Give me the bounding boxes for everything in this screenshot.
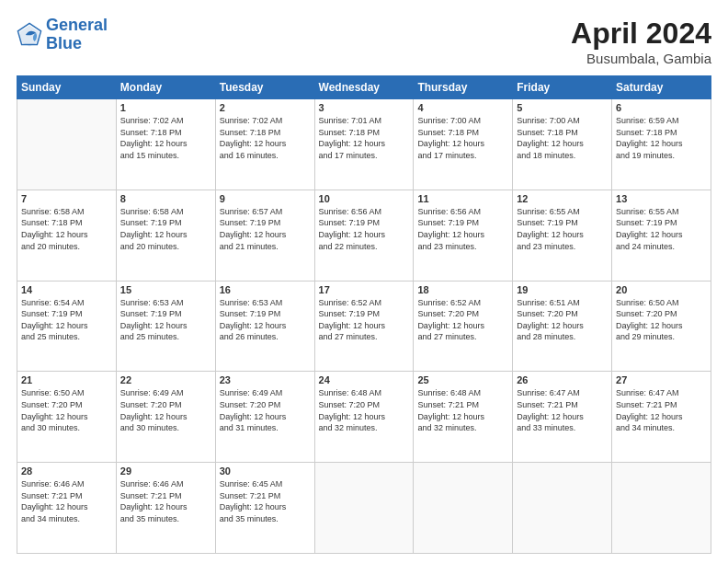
day-info: Sunrise: 6:57 AM Sunset: 7:19 PM Dayligh…: [220, 206, 311, 252]
day-info: Sunrise: 6:53 AM Sunset: 7:19 PM Dayligh…: [220, 297, 311, 343]
calendar-day-cell: 16Sunrise: 6:53 AM Sunset: 7:19 PM Dayli…: [215, 281, 314, 372]
day-info: Sunrise: 6:56 AM Sunset: 7:19 PM Dayligh…: [417, 206, 508, 252]
calendar-day-cell: 30Sunrise: 6:45 AM Sunset: 7:21 PM Dayli…: [215, 463, 314, 554]
day-number: 9: [220, 193, 311, 204]
header: General Blue April 2024 Busumbala, Gambi…: [17, 17, 711, 66]
calendar-day-cell: 22Sunrise: 6:49 AM Sunset: 7:20 PM Dayli…: [116, 372, 215, 463]
logo-icon: [17, 22, 42, 48]
calendar-week-row: 21Sunrise: 6:50 AM Sunset: 7:20 PM Dayli…: [17, 372, 711, 463]
calendar-day-cell: 27Sunrise: 6:47 AM Sunset: 7:21 PM Dayli…: [612, 372, 711, 463]
calendar-day-cell: 28Sunrise: 6:46 AM Sunset: 7:21 PM Dayli…: [17, 463, 117, 554]
title-block: April 2024 Busumbala, Gambia: [571, 17, 711, 66]
day-info: Sunrise: 6:54 AM Sunset: 7:19 PM Dayligh…: [21, 297, 112, 343]
day-number: 10: [319, 193, 410, 204]
day-info: Sunrise: 6:48 AM Sunset: 7:21 PM Dayligh…: [417, 387, 508, 433]
day-info: Sunrise: 7:02 AM Sunset: 7:18 PM Dayligh…: [220, 115, 311, 161]
day-info: Sunrise: 6:58 AM Sunset: 7:18 PM Dayligh…: [21, 206, 112, 252]
day-info: Sunrise: 6:50 AM Sunset: 7:20 PM Dayligh…: [21, 387, 112, 433]
calendar-week-row: 14Sunrise: 6:54 AM Sunset: 7:19 PM Dayli…: [17, 281, 711, 372]
calendar-day-cell: 9Sunrise: 6:57 AM Sunset: 7:19 PM Daylig…: [215, 190, 314, 281]
day-number: 16: [220, 284, 311, 295]
day-number: 1: [120, 102, 211, 113]
day-info: Sunrise: 6:47 AM Sunset: 7:21 PM Dayligh…: [517, 387, 608, 433]
day-number: 22: [120, 374, 211, 385]
calendar-title: April 2024: [571, 17, 711, 51]
calendar-day-cell: 1Sunrise: 7:02 AM Sunset: 7:18 PM Daylig…: [116, 99, 215, 190]
day-number: 11: [417, 193, 508, 204]
day-number: 29: [120, 465, 211, 477]
calendar-day-cell: [314, 463, 414, 554]
day-info: Sunrise: 6:55 AM Sunset: 7:19 PM Dayligh…: [616, 206, 707, 252]
day-info: Sunrise: 6:49 AM Sunset: 7:20 PM Dayligh…: [120, 387, 211, 433]
header-tuesday: Tuesday: [215, 76, 314, 99]
calendar-day-cell: 5Sunrise: 7:00 AM Sunset: 7:18 PM Daylig…: [513, 99, 612, 190]
logo-line1: General: [46, 16, 108, 34]
day-number: 13: [616, 193, 707, 204]
header-monday: Monday: [116, 76, 215, 99]
calendar-day-cell: [414, 463, 513, 554]
calendar-day-cell: [612, 463, 711, 554]
day-info: Sunrise: 6:46 AM Sunset: 7:21 PM Dayligh…: [21, 478, 112, 524]
day-number: 8: [120, 193, 211, 204]
day-info: Sunrise: 6:51 AM Sunset: 7:20 PM Dayligh…: [517, 297, 608, 343]
day-number: 21: [21, 374, 112, 385]
calendar-day-cell: [17, 99, 117, 190]
day-number: 24: [319, 374, 410, 385]
day-info: Sunrise: 6:49 AM Sunset: 7:20 PM Dayligh…: [220, 387, 311, 433]
calendar-day-cell: 8Sunrise: 6:58 AM Sunset: 7:19 PM Daylig…: [116, 190, 215, 281]
logo: General Blue: [17, 17, 108, 53]
day-info: Sunrise: 7:02 AM Sunset: 7:18 PM Dayligh…: [120, 115, 211, 161]
day-number: 14: [21, 284, 112, 295]
calendar-week-row: 1Sunrise: 7:02 AM Sunset: 7:18 PM Daylig…: [17, 99, 711, 190]
day-number: 17: [319, 284, 410, 295]
calendar-day-cell: 25Sunrise: 6:48 AM Sunset: 7:21 PM Dayli…: [414, 372, 513, 463]
calendar-day-cell: 13Sunrise: 6:55 AM Sunset: 7:19 PM Dayli…: [612, 190, 711, 281]
calendar-day-cell: 2Sunrise: 7:02 AM Sunset: 7:18 PM Daylig…: [215, 99, 314, 190]
day-info: Sunrise: 6:52 AM Sunset: 7:19 PM Dayligh…: [319, 297, 410, 343]
day-number: 30: [220, 465, 311, 477]
calendar-day-cell: 20Sunrise: 6:50 AM Sunset: 7:20 PM Dayli…: [612, 281, 711, 372]
day-number: 28: [21, 465, 112, 477]
day-number: 26: [517, 374, 608, 385]
day-number: 4: [417, 102, 508, 113]
day-info: Sunrise: 6:47 AM Sunset: 7:21 PM Dayligh…: [616, 387, 707, 433]
header-friday: Friday: [513, 76, 612, 99]
day-number: 12: [517, 193, 608, 204]
calendar-day-cell: 18Sunrise: 6:52 AM Sunset: 7:20 PM Dayli…: [414, 281, 513, 372]
calendar-day-cell: 21Sunrise: 6:50 AM Sunset: 7:20 PM Dayli…: [17, 372, 117, 463]
calendar-day-cell: 11Sunrise: 6:56 AM Sunset: 7:19 PM Dayli…: [414, 190, 513, 281]
header-saturday: Saturday: [612, 76, 711, 99]
day-number: 18: [417, 284, 508, 295]
calendar-week-row: 7Sunrise: 6:58 AM Sunset: 7:18 PM Daylig…: [17, 190, 711, 281]
day-number: 20: [616, 284, 707, 295]
day-number: 19: [517, 284, 608, 295]
day-number: 3: [319, 102, 410, 113]
calendar-header-row: Sunday Monday Tuesday Wednesday Thursday…: [17, 76, 711, 99]
day-number: 23: [220, 374, 311, 385]
day-info: Sunrise: 6:58 AM Sunset: 7:19 PM Dayligh…: [120, 206, 211, 252]
header-wednesday: Wednesday: [314, 76, 414, 99]
day-number: 5: [517, 102, 608, 113]
day-number: 7: [21, 193, 112, 204]
day-info: Sunrise: 6:52 AM Sunset: 7:20 PM Dayligh…: [417, 297, 508, 343]
calendar-day-cell: 7Sunrise: 6:58 AM Sunset: 7:18 PM Daylig…: [17, 190, 117, 281]
calendar-day-cell: 3Sunrise: 7:01 AM Sunset: 7:18 PM Daylig…: [314, 99, 414, 190]
header-thursday: Thursday: [414, 76, 513, 99]
day-info: Sunrise: 6:45 AM Sunset: 7:21 PM Dayligh…: [220, 478, 311, 524]
calendar-day-cell: 26Sunrise: 6:47 AM Sunset: 7:21 PM Dayli…: [513, 372, 612, 463]
day-number: 15: [120, 284, 211, 295]
day-info: Sunrise: 6:56 AM Sunset: 7:19 PM Dayligh…: [319, 206, 410, 252]
calendar-day-cell: 12Sunrise: 6:55 AM Sunset: 7:19 PM Dayli…: [513, 190, 612, 281]
calendar-day-cell: 17Sunrise: 6:52 AM Sunset: 7:19 PM Dayli…: [314, 281, 414, 372]
day-info: Sunrise: 7:01 AM Sunset: 7:18 PM Dayligh…: [319, 115, 410, 161]
calendar-day-cell: [513, 463, 612, 554]
day-info: Sunrise: 7:00 AM Sunset: 7:18 PM Dayligh…: [417, 115, 508, 161]
day-number: 6: [616, 102, 707, 113]
calendar-subtitle: Busumbala, Gambia: [571, 51, 711, 66]
calendar-day-cell: 29Sunrise: 6:46 AM Sunset: 7:21 PM Dayli…: [116, 463, 215, 554]
calendar-day-cell: 10Sunrise: 6:56 AM Sunset: 7:19 PM Dayli…: [314, 190, 414, 281]
day-info: Sunrise: 6:53 AM Sunset: 7:19 PM Dayligh…: [120, 297, 211, 343]
day-number: 27: [616, 374, 707, 385]
calendar-day-cell: 24Sunrise: 6:48 AM Sunset: 7:20 PM Dayli…: [314, 372, 414, 463]
day-info: Sunrise: 6:55 AM Sunset: 7:19 PM Dayligh…: [517, 206, 608, 252]
